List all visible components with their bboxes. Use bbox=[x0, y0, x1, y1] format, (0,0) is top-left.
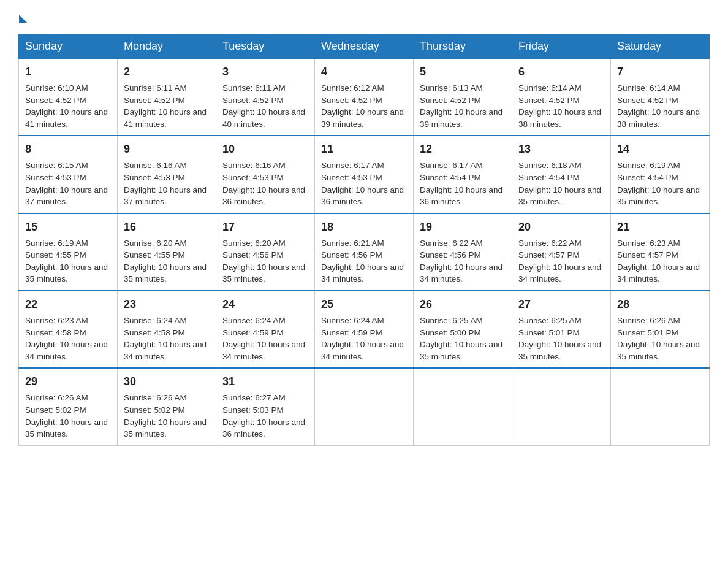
day-number: 24 bbox=[222, 296, 308, 312]
calendar-header-row: SundayMondayTuesdayWednesdayThursdayFrid… bbox=[19, 35, 710, 59]
calendar-cell: 25Sunrise: 6:24 AMSunset: 4:59 PMDayligh… bbox=[315, 291, 414, 368]
day-number: 14 bbox=[617, 141, 703, 157]
day-number: 25 bbox=[321, 296, 407, 312]
calendar-cell: 1Sunrise: 6:10 AMSunset: 4:52 PMDaylight… bbox=[19, 58, 118, 136]
calendar-cell: 19Sunrise: 6:22 AMSunset: 4:56 PMDayligh… bbox=[414, 213, 512, 291]
calendar-cell: 24Sunrise: 6:24 AMSunset: 4:59 PMDayligh… bbox=[216, 291, 315, 368]
calendar-cell: 27Sunrise: 6:25 AMSunset: 5:01 PMDayligh… bbox=[512, 291, 611, 368]
page-header bbox=[18, 12, 710, 23]
day-number: 13 bbox=[518, 141, 604, 157]
calendar-cell: 13Sunrise: 6:18 AMSunset: 4:54 PMDayligh… bbox=[512, 136, 611, 213]
calendar-cell: 9Sunrise: 6:16 AMSunset: 4:53 PMDaylight… bbox=[118, 136, 216, 213]
day-number: 22 bbox=[25, 296, 111, 312]
calendar-cell: 21Sunrise: 6:23 AMSunset: 4:57 PMDayligh… bbox=[611, 213, 710, 291]
calendar-cell: 6Sunrise: 6:14 AMSunset: 4:52 PMDaylight… bbox=[512, 58, 611, 136]
day-number: 15 bbox=[25, 219, 111, 235]
calendar-day-header: Thursday bbox=[414, 35, 512, 59]
day-number: 21 bbox=[617, 219, 703, 235]
calendar-week-row: 1Sunrise: 6:10 AMSunset: 4:52 PMDaylight… bbox=[19, 58, 710, 136]
calendar-cell: 20Sunrise: 6:22 AMSunset: 4:57 PMDayligh… bbox=[512, 213, 611, 291]
day-number: 11 bbox=[321, 141, 407, 157]
day-number: 17 bbox=[222, 219, 308, 235]
calendar-day-header: Saturday bbox=[611, 35, 710, 59]
calendar-table: SundayMondayTuesdayWednesdayThursdayFrid… bbox=[18, 34, 710, 446]
day-number: 28 bbox=[617, 296, 703, 312]
day-number: 10 bbox=[222, 141, 308, 157]
day-number: 20 bbox=[518, 219, 604, 235]
calendar-week-row: 15Sunrise: 6:19 AMSunset: 4:55 PMDayligh… bbox=[19, 213, 710, 291]
calendar-cell bbox=[512, 368, 611, 445]
calendar-cell: 22Sunrise: 6:23 AMSunset: 4:58 PMDayligh… bbox=[19, 291, 118, 368]
day-number: 2 bbox=[124, 64, 210, 80]
calendar-cell: 5Sunrise: 6:13 AMSunset: 4:52 PMDaylight… bbox=[414, 58, 512, 136]
calendar-cell: 2Sunrise: 6:11 AMSunset: 4:52 PMDaylight… bbox=[118, 58, 216, 136]
calendar-week-row: 8Sunrise: 6:15 AMSunset: 4:53 PMDaylight… bbox=[19, 136, 710, 213]
calendar-cell: 23Sunrise: 6:24 AMSunset: 4:58 PMDayligh… bbox=[118, 291, 216, 368]
day-number: 1 bbox=[25, 64, 111, 80]
day-number: 29 bbox=[25, 373, 111, 389]
day-number: 12 bbox=[420, 141, 506, 157]
calendar-cell: 8Sunrise: 6:15 AMSunset: 4:53 PMDaylight… bbox=[19, 136, 118, 213]
day-number: 18 bbox=[321, 219, 407, 235]
calendar-cell: 26Sunrise: 6:25 AMSunset: 5:00 PMDayligh… bbox=[414, 291, 512, 368]
day-number: 23 bbox=[124, 296, 210, 312]
calendar-cell bbox=[315, 368, 414, 445]
calendar-cell bbox=[414, 368, 512, 445]
calendar-cell: 18Sunrise: 6:21 AMSunset: 4:56 PMDayligh… bbox=[315, 213, 414, 291]
calendar-week-row: 22Sunrise: 6:23 AMSunset: 4:58 PMDayligh… bbox=[19, 291, 710, 368]
day-number: 6 bbox=[518, 64, 604, 80]
calendar-day-header: Wednesday bbox=[315, 35, 414, 59]
day-number: 26 bbox=[420, 296, 506, 312]
calendar-week-row: 29Sunrise: 6:26 AMSunset: 5:02 PMDayligh… bbox=[19, 368, 710, 445]
calendar-cell: 31Sunrise: 6:27 AMSunset: 5:03 PMDayligh… bbox=[216, 368, 315, 445]
calendar-cell: 4Sunrise: 6:12 AMSunset: 4:52 PMDaylight… bbox=[315, 58, 414, 136]
calendar-cell: 16Sunrise: 6:20 AMSunset: 4:55 PMDayligh… bbox=[118, 213, 216, 291]
day-number: 5 bbox=[420, 64, 506, 80]
calendar-day-header: Monday bbox=[118, 35, 216, 59]
calendar-cell: 30Sunrise: 6:26 AMSunset: 5:02 PMDayligh… bbox=[118, 368, 216, 445]
day-number: 27 bbox=[518, 296, 604, 312]
day-number: 16 bbox=[124, 219, 210, 235]
logo bbox=[18, 12, 28, 23]
calendar-day-header: Friday bbox=[512, 35, 611, 59]
calendar-cell: 12Sunrise: 6:17 AMSunset: 4:54 PMDayligh… bbox=[414, 136, 512, 213]
calendar-day-header: Tuesday bbox=[216, 35, 315, 59]
calendar-cell: 28Sunrise: 6:26 AMSunset: 5:01 PMDayligh… bbox=[611, 291, 710, 368]
calendar-cell: 15Sunrise: 6:19 AMSunset: 4:55 PMDayligh… bbox=[19, 213, 118, 291]
calendar-cell: 29Sunrise: 6:26 AMSunset: 5:02 PMDayligh… bbox=[19, 368, 118, 445]
day-number: 4 bbox=[321, 64, 407, 80]
day-number: 9 bbox=[124, 141, 210, 157]
calendar-cell: 7Sunrise: 6:14 AMSunset: 4:52 PMDaylight… bbox=[611, 58, 710, 136]
calendar-cell: 3Sunrise: 6:11 AMSunset: 4:52 PMDaylight… bbox=[216, 58, 315, 136]
calendar-cell bbox=[611, 368, 710, 445]
day-number: 31 bbox=[222, 373, 308, 389]
logo-arrow-icon bbox=[19, 15, 28, 23]
calendar-cell: 17Sunrise: 6:20 AMSunset: 4:56 PMDayligh… bbox=[216, 213, 315, 291]
calendar-day-header: Sunday bbox=[19, 35, 118, 59]
day-number: 19 bbox=[420, 219, 506, 235]
calendar-cell: 14Sunrise: 6:19 AMSunset: 4:54 PMDayligh… bbox=[611, 136, 710, 213]
calendar-cell: 10Sunrise: 6:16 AMSunset: 4:53 PMDayligh… bbox=[216, 136, 315, 213]
day-number: 7 bbox=[617, 64, 703, 80]
day-number: 30 bbox=[124, 373, 210, 389]
day-number: 8 bbox=[25, 141, 111, 157]
day-number: 3 bbox=[222, 64, 308, 80]
calendar-cell: 11Sunrise: 6:17 AMSunset: 4:53 PMDayligh… bbox=[315, 136, 414, 213]
